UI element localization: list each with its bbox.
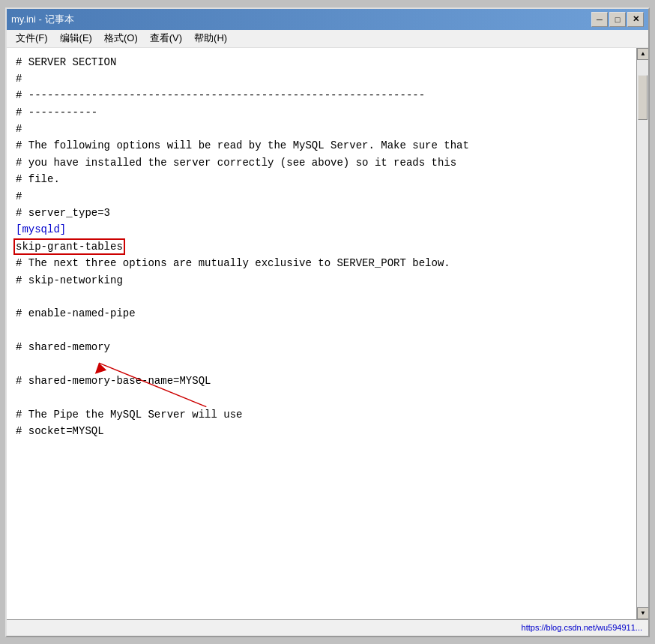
menu-file[interactable]: 文件(F) <box>10 30 54 46</box>
text-wrapper: # SERVER SECTION # # -------------------… <box>7 48 636 619</box>
content-area: # SERVER SECTION # # -------------------… <box>7 48 648 619</box>
mysqld-section: [mysqld] <box>16 223 66 235</box>
skip-grant-line: skip-grant-tables <box>16 241 123 253</box>
scroll-up-button[interactable]: ▲ <box>637 48 648 60</box>
skip-grant-highlight: skip-grant-tables <box>16 241 123 253</box>
status-url[interactable]: https://blog.csdn.net/wu594911... <box>522 623 642 632</box>
window-controls: ─ □ ✕ <box>591 12 644 27</box>
server-section-comment: # SERVER SECTION # # -------------------… <box>16 56 469 220</box>
scrollbar-thumb[interactable] <box>638 75 648 120</box>
text-editor[interactable]: # SERVER SECTION # # -------------------… <box>7 48 636 480</box>
file-content: # SERVER SECTION # # -------------------… <box>16 54 627 440</box>
minimize-button[interactable]: ─ <box>591 12 608 27</box>
title-bar: my.ini - 记事本 ─ □ ✕ <box>7 9 648 30</box>
maximize-button[interactable]: □ <box>609 12 626 27</box>
close-button[interactable]: ✕ <box>627 12 644 27</box>
menu-format[interactable]: 格式(O) <box>98 30 144 46</box>
scrollbar-track[interactable] <box>637 60 648 607</box>
menu-view[interactable]: 查看(V) <box>144 30 188 46</box>
comment-next-three: # The next three options are mutually ex… <box>16 257 450 437</box>
menu-help[interactable]: 帮助(H) <box>188 30 233 46</box>
status-bar: https://blog.csdn.net/wu594911... <box>7 619 648 636</box>
menu-bar: 文件(F) 编辑(E) 格式(O) 查看(V) 帮助(H) <box>7 30 648 48</box>
scroll-down-button[interactable]: ▼ <box>637 607 648 619</box>
scrollbar: ▲ ▼ <box>636 48 648 619</box>
window-title: my.ini - 记事本 <box>11 13 74 26</box>
menu-edit[interactable]: 编辑(E) <box>54 30 98 46</box>
main-window: my.ini - 记事本 ─ □ ✕ 文件(F) 编辑(E) 格式(O) 查看(… <box>5 7 650 637</box>
